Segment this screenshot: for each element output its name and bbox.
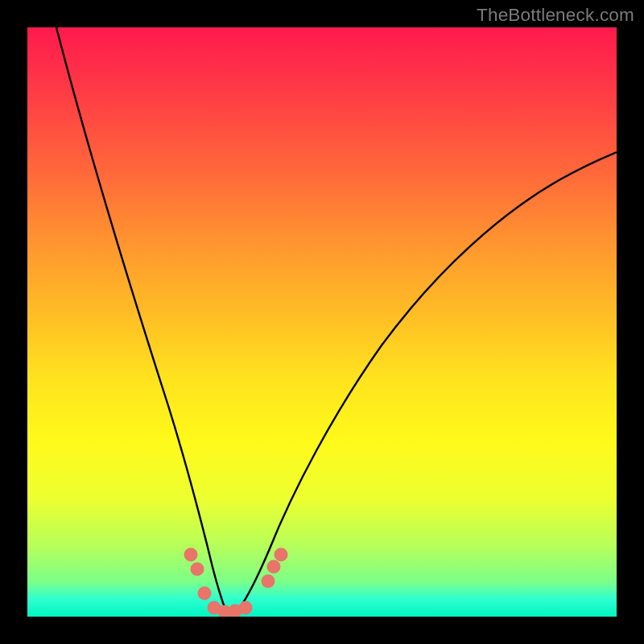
curve-marker [184, 548, 198, 562]
chart-frame: TheBottleneck.com [0, 0, 644, 644]
chart-svg [27, 27, 617, 617]
curve-marker [275, 548, 288, 562]
plot-area [27, 27, 617, 617]
curve-marker [191, 563, 204, 576]
marker-group [184, 548, 288, 617]
bottleneck-curve [56, 27, 617, 612]
curve-marker [267, 560, 281, 574]
curve-marker [198, 587, 212, 601]
watermark-text: TheBottleneck.com [477, 5, 634, 26]
curve-marker [239, 601, 253, 615]
curve-marker [262, 575, 275, 588]
